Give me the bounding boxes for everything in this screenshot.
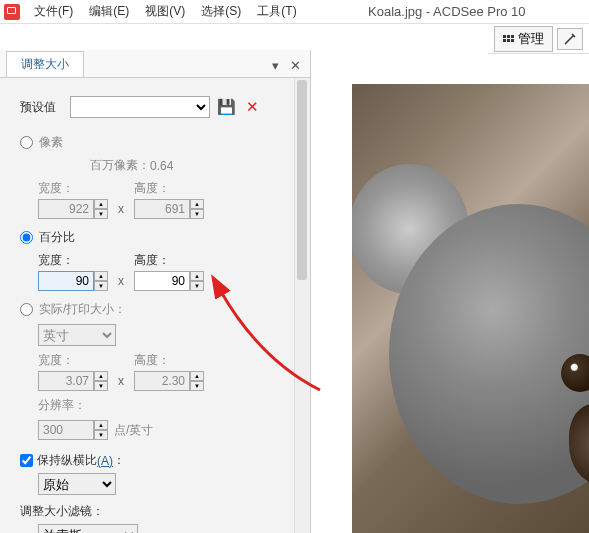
res-down[interactable]: ▼ [94, 430, 108, 440]
px-height-down[interactable]: ▼ [190, 209, 204, 219]
px-width-label: 宽度： [38, 180, 108, 197]
unit-select[interactable]: 英寸 [38, 324, 116, 346]
px-width-up[interactable]: ▲ [94, 199, 108, 209]
print-label: 实际/打印大小： [39, 301, 126, 318]
pct-height-up[interactable]: ▲ [190, 271, 204, 281]
px-height-up[interactable]: ▲ [190, 199, 204, 209]
aspect-checkbox[interactable] [20, 454, 33, 467]
pct-height-down[interactable]: ▼ [190, 281, 204, 291]
pr-height-up[interactable]: ▲ [190, 371, 204, 381]
pct-width-label: 宽度： [38, 252, 108, 269]
tab-resize[interactable]: 调整大小 [6, 51, 84, 77]
extra-button[interactable] [557, 28, 583, 50]
pixels-label: 像素 [39, 134, 63, 151]
pr-height-down[interactable]: ▼ [190, 381, 204, 391]
tab-row: 调整大小 ▾ ✕ [0, 50, 310, 78]
image-preview [352, 84, 589, 533]
preset-select[interactable] [70, 96, 210, 118]
menu-view[interactable]: 视图(V) [137, 0, 193, 23]
megapixels-value: 0.64 [150, 159, 173, 173]
pixels-section: 像素 百万像素： 0.64 宽度： ▲▼ x 高度： ▲▼ [20, 134, 296, 219]
menu-select[interactable]: 选择(S) [193, 0, 249, 23]
pr-height-input[interactable] [134, 371, 190, 391]
res-unit: 点/英寸 [114, 422, 153, 439]
wand-icon [563, 32, 577, 46]
pr-width-down[interactable]: ▼ [94, 381, 108, 391]
x-separator: x [118, 202, 124, 219]
pr-width-input[interactable] [38, 371, 94, 391]
menu-edit[interactable]: 编辑(E) [81, 0, 137, 23]
px-width-input[interactable] [38, 199, 94, 219]
pct-width-up[interactable]: ▲ [94, 271, 108, 281]
scrollbar-thumb[interactable] [297, 80, 307, 280]
res-up[interactable]: ▲ [94, 420, 108, 430]
radio-pixels[interactable] [20, 136, 33, 149]
print-section: 实际/打印大小： 英寸 宽度： ▲▼ x 高度： ▲▼ 分辨率： ▲▼ 点/英寸 [20, 301, 296, 440]
pct-width-down[interactable]: ▼ [94, 281, 108, 291]
filter-label: 调整大小滤镜： [20, 503, 296, 520]
aspect-label: 保持纵横比 [37, 452, 97, 469]
px-height-label: 高度： [134, 180, 204, 197]
aspect-link[interactable]: (A) [97, 454, 113, 468]
resize-panel: 调整大小 ▾ ✕ 预设值 💾 ✕ 像素 百万像素： 0.64 宽度： [0, 50, 311, 533]
manage-label: 管理 [518, 30, 544, 48]
pr-width-label: 宽度： [38, 352, 108, 369]
koala-image [352, 124, 589, 524]
menu-file[interactable]: 文件(F) [26, 0, 81, 23]
close-panel-button[interactable]: ✕ [286, 56, 304, 74]
toolbar-right: 管理 [488, 24, 589, 54]
menu-tools[interactable]: 工具(T) [249, 0, 304, 23]
grid-icon [503, 35, 514, 42]
px-height-input[interactable] [134, 199, 190, 219]
res-input[interactable] [38, 420, 94, 440]
app-icon [4, 4, 20, 20]
pct-width-input[interactable] [38, 271, 94, 291]
save-preset-icon[interactable]: 💾 [216, 97, 236, 117]
pin-button[interactable]: ▾ [266, 56, 284, 74]
preset-row: 预设值 💾 ✕ [20, 96, 296, 118]
megapixels-label: 百万像素： [90, 157, 150, 174]
pct-height-input[interactable] [134, 271, 190, 291]
manage-button[interactable]: 管理 [494, 26, 553, 52]
delete-preset-icon[interactable]: ✕ [242, 97, 262, 117]
x-separator-2: x [118, 274, 124, 291]
panel-body: 预设值 💾 ✕ 像素 百万像素： 0.64 宽度： ▲▼ x 高度： [0, 78, 310, 533]
res-label: 分辨率： [38, 397, 296, 414]
aspect-row: 保持纵横比 (A) ： [20, 452, 296, 469]
percent-section: 百分比 宽度： ▲▼ x 高度： ▲▼ [20, 229, 296, 291]
filter-select[interactable]: 兰索斯 [38, 524, 138, 533]
pr-height-label: 高度： [134, 352, 204, 369]
pct-height-label: 高度： [134, 252, 204, 269]
radio-print[interactable] [20, 303, 33, 316]
px-width-down[interactable]: ▼ [94, 209, 108, 219]
aspect-select[interactable]: 原始 [38, 473, 116, 495]
radio-percent[interactable] [20, 231, 33, 244]
x-separator-3: x [118, 374, 124, 391]
percent-label: 百分比 [39, 229, 75, 246]
pr-width-up[interactable]: ▲ [94, 371, 108, 381]
panel-scrollbar[interactable] [294, 78, 310, 533]
menubar: 文件(F) 编辑(E) 视图(V) 选择(S) 工具(T) Koala.jpg … [0, 0, 589, 24]
window-title: Koala.jpg - ACDSee Pro 10 [305, 4, 589, 19]
preset-label: 预设值 [20, 99, 70, 116]
